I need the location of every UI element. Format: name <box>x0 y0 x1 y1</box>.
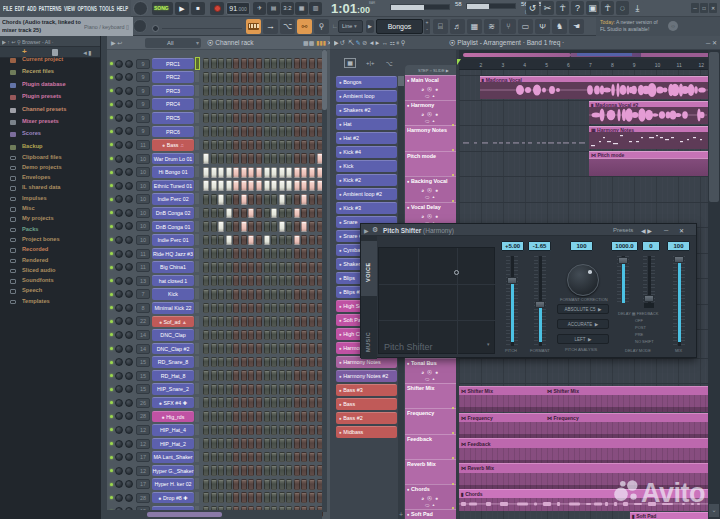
svg-text:Avito: Avito <box>641 478 705 508</box>
